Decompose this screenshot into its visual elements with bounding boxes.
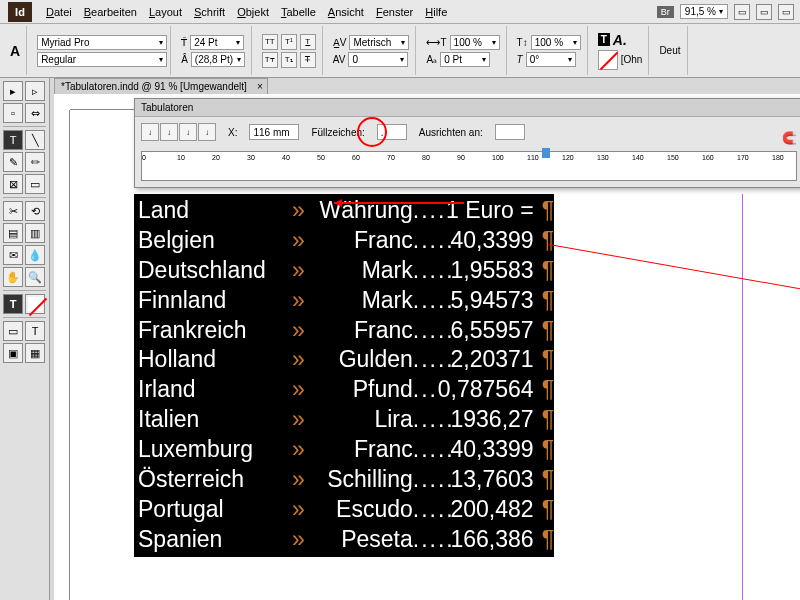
selection-tool[interactable]: ▸ xyxy=(3,81,23,101)
gradient-tool[interactable]: ▤ xyxy=(3,223,23,243)
transform-tool[interactable]: ⟲ xyxy=(25,201,45,221)
table-row: Belgien»Franc ........ 40,3399¶ xyxy=(134,226,554,256)
tab-decimal-btn[interactable]: ↓ xyxy=(198,123,216,141)
menu-datei[interactable]: Datei xyxy=(40,6,78,18)
menu-ansicht[interactable]: Ansicht xyxy=(322,6,370,18)
table-row: Spanien»Peseta ........ 166,386¶ xyxy=(134,525,554,555)
font-family-combo[interactable]: Myriad Pro xyxy=(37,35,167,50)
ruler-tick: 90 xyxy=(457,154,465,161)
tab-left-btn[interactable]: ↓ xyxy=(141,123,159,141)
vscale-combo[interactable]: 100 % xyxy=(531,35,581,50)
table-row: Finnland»Mark ........ 5,94573¶ xyxy=(134,286,554,316)
tracking-combo[interactable]: 0 xyxy=(348,52,408,67)
pencil-tool[interactable]: ✏ xyxy=(25,152,45,172)
kerning-combo[interactable]: Metrisch xyxy=(349,35,409,50)
screen-preview[interactable]: ▦ xyxy=(25,343,45,363)
x-field[interactable] xyxy=(249,124,299,140)
ruler-tick: 100 xyxy=(492,154,504,161)
gap-tool[interactable]: ⇔ xyxy=(25,103,45,123)
rect-tool[interactable]: ▭ xyxy=(25,174,45,194)
align-field[interactable] xyxy=(495,124,525,140)
text-frame[interactable]: Land»Währung ........ 1 Euro =¶Belgien»F… xyxy=(134,194,554,557)
subscript-btn[interactable]: T₁ xyxy=(281,52,297,68)
note-tool[interactable]: ✉ xyxy=(3,245,23,265)
stroke-swatch[interactable] xyxy=(25,294,45,314)
annotation-line xyxy=(549,244,800,294)
table-row: Italien»Lira ........ 1936,27¶ xyxy=(134,405,554,435)
char-mode-icon[interactable]: A xyxy=(10,43,20,59)
zoom-dropdown[interactable]: 91,5 % xyxy=(680,4,728,19)
ruler-tick: 150 xyxy=(667,154,679,161)
fill-t-icon[interactable]: T xyxy=(598,33,610,46)
menu-tabelle[interactable]: Tabelle xyxy=(275,6,322,18)
tab-ruler[interactable]: 0102030405060708090100110120130140150160… xyxy=(141,151,797,181)
pen-tool[interactable]: ✎ xyxy=(3,152,23,172)
ruler-tick: 170 xyxy=(737,154,749,161)
line-tool[interactable]: ╲ xyxy=(25,130,45,150)
menu-layout[interactable]: Layout xyxy=(143,6,188,18)
skew-icon: T xyxy=(517,54,523,65)
fill-swatch[interactable]: T xyxy=(3,294,23,314)
leading-combo[interactable]: (28,8 Pt) xyxy=(191,52,245,67)
view-mode-3[interactable]: ▭ xyxy=(778,4,794,20)
no-fill-swatch[interactable] xyxy=(598,50,618,70)
ruler-tick: 80 xyxy=(422,154,430,161)
magnet-icon[interactable]: 🧲 xyxy=(782,131,797,145)
smallcaps-btn[interactable]: Tᴛ xyxy=(262,52,278,68)
view-mode-2[interactable]: ▭ xyxy=(756,4,772,20)
hand-tool[interactable]: ✋ xyxy=(3,267,23,287)
screen-normal[interactable]: ▣ xyxy=(3,343,23,363)
page-tool[interactable]: ▫ xyxy=(3,103,23,123)
strike-btn[interactable]: T̶ xyxy=(300,52,316,68)
ruler-tick: 50 xyxy=(317,154,325,161)
document-tab[interactable]: *Tabulatoren.indd @ 91 % [Umgewandelt] xyxy=(54,78,268,95)
table-row: Luxemburg»Franc ........ 40,3399¶ xyxy=(134,435,554,465)
menu-fenster[interactable]: Fenster xyxy=(370,6,419,18)
tab-stop-marker[interactable] xyxy=(542,148,550,158)
tabs-panel: Tabulatoren ↓ ↓ ↓ ↓ X: Füllzeichen: Ausr… xyxy=(134,98,800,188)
ruler-tick: 10 xyxy=(177,154,185,161)
lang-label: [Ohn xyxy=(621,54,643,65)
underline-btn[interactable]: T xyxy=(300,34,316,50)
font-size-combo[interactable]: 24 Pt xyxy=(190,35,244,50)
font-style-combo[interactable]: Regular xyxy=(37,52,167,67)
tab-right-btn[interactable]: ↓ xyxy=(179,123,197,141)
direct-select-tool[interactable]: ▹ xyxy=(25,81,45,101)
superscript-btn[interactable]: T¹ xyxy=(281,34,297,50)
tab-center-btn[interactable]: ↓ xyxy=(160,123,178,141)
ruler-tick: 180 xyxy=(772,154,784,161)
gradient-feather-tool[interactable]: ▥ xyxy=(25,223,45,243)
menu-schrift[interactable]: Schrift xyxy=(188,6,231,18)
rect-frame-tool[interactable]: ⊠ xyxy=(3,174,23,194)
zoom-tool[interactable]: 🔍 xyxy=(25,267,45,287)
tools-panel: ▸▹ ▫⇔ T╲ ✎✏ ⊠▭ ✂⟲ ▤▥ ✉💧 ✋🔍 T ▭T ▣▦ xyxy=(0,78,50,600)
kerning-icon: A̲V xyxy=(333,37,347,48)
leader-field[interactable] xyxy=(377,124,407,140)
ruler-tick: 110 xyxy=(527,154,539,161)
ruler-tick: 30 xyxy=(247,154,255,161)
skew-combo[interactable]: 0° xyxy=(526,52,576,67)
table-row: Portugal»Escudo ........ 200,482¶ xyxy=(134,495,554,525)
eyedropper-tool[interactable]: 💧 xyxy=(25,245,45,265)
menu-hilfe[interactable]: Hilfe xyxy=(419,6,453,18)
allcaps-btn[interactable]: TT xyxy=(262,34,278,50)
size-icon: T̂ xyxy=(181,37,187,48)
vscale-icon: T↕ xyxy=(517,37,528,48)
lang-text: Deut xyxy=(659,45,680,56)
menu-objekt[interactable]: Objekt xyxy=(231,6,275,18)
ruler-tick: 60 xyxy=(352,154,360,161)
apply-container[interactable]: ▭ xyxy=(3,321,23,341)
menu-bearbeiten[interactable]: Bearbeiten xyxy=(78,6,143,18)
app-logo: Id xyxy=(8,2,32,22)
apply-text[interactable]: T xyxy=(25,321,45,341)
view-mode-1[interactable]: ▭ xyxy=(734,4,750,20)
canvas[interactable]: Tabulatoren ↓ ↓ ↓ ↓ X: Füllzeichen: Ausr… xyxy=(54,94,800,600)
type-tool[interactable]: T xyxy=(3,130,23,150)
ruler-tick: 160 xyxy=(702,154,714,161)
hscale-combo[interactable]: 100 % xyxy=(450,35,500,50)
bridge-button[interactable]: Br xyxy=(657,6,674,18)
baseline-combo[interactable]: 0 Pt xyxy=(440,52,490,67)
scissors-tool[interactable]: ✂ xyxy=(3,201,23,221)
table-row: Irland»Pfund ........ 0,787564¶ xyxy=(134,375,554,405)
vertical-ruler xyxy=(54,110,70,600)
